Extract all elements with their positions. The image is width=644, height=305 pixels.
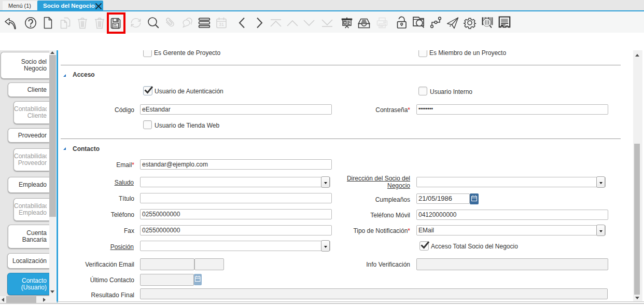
- svg-text:31: 31: [219, 22, 224, 27]
